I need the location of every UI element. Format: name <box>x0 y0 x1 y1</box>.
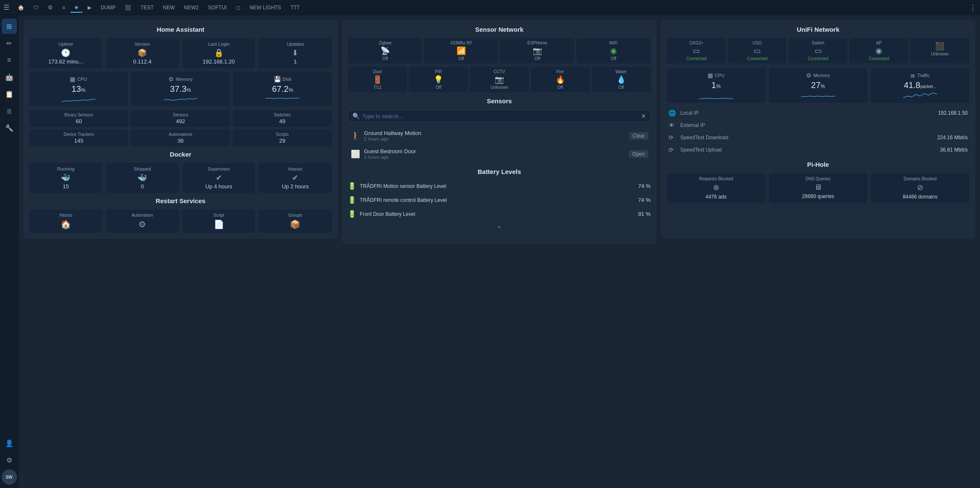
external-ip-label: External IP <box>680 122 964 128</box>
sn-zigbee-label: Zigbee <box>379 41 392 45</box>
sidebar-item-list[interactable]: ≡ <box>2 52 17 68</box>
count-device-trackers-label: Device Trackers <box>33 132 125 137</box>
sensors-search-box[interactable]: 🔍 ✕ <box>348 110 650 122</box>
battery-title: Battery Levels <box>348 168 650 175</box>
nav-tab-shield[interactable]: 🛡 <box>29 3 43 12</box>
count-switches: Switches 49 <box>233 110 332 127</box>
restart-script[interactable]: Script 📄 <box>182 210 256 233</box>
sidebar-item-automations[interactable]: 🤖 <box>2 69 17 85</box>
restart-automation[interactable]: Automation ⚙ <box>106 210 179 233</box>
sensors-search-input[interactable] <box>362 113 638 119</box>
unifi-cpu-unit: % <box>716 83 721 89</box>
sn-wifi-status: Off <box>611 56 616 61</box>
speed-down-label: SpeedTest Download <box>680 135 934 141</box>
unifi-traffic-unit: packet... <box>920 84 936 89</box>
count-scripts-value: 29 <box>236 138 328 144</box>
docker-supervisor: Supervisor ✔ Up 4 hours <box>182 163 256 193</box>
unifi-ckg2: CKG2+ ▭ Connected <box>667 38 726 63</box>
ha-version: Version 📦 0.112.4 <box>106 38 179 68</box>
ha-cpu-header: ▦ CPU <box>70 76 87 83</box>
protocol-row: Zigbee 📡 Off 433Mhz RF 📶 Off ESPHome 📷 O… <box>348 38 650 63</box>
nav-tab-dump[interactable]: DUMP <box>96 3 120 12</box>
unifi-cpu-label: CPU <box>715 73 724 78</box>
sidebar-item-addons[interactable]: 👤 <box>2 436 17 451</box>
pihole-domains-value: 84466 domains <box>903 194 937 200</box>
unifi-traffic-label: Traffic <box>917 73 930 78</box>
search-clear-icon[interactable]: ✕ <box>641 113 646 119</box>
nav-tab-new-lights[interactable]: NEW LIGHTS <box>245 3 286 12</box>
unifi-memory-unit: % <box>820 83 825 89</box>
nav-more-icon[interactable]: ⋮ <box>969 3 977 12</box>
docker-section: Docker Running 🐳 15 Stopped 🐳 0 Supervis… <box>29 151 332 193</box>
sn-pir-icon: 💡 <box>434 75 443 84</box>
battery-icon-1: 🔋 <box>348 196 356 204</box>
ha-cpu-unit: % <box>81 87 85 93</box>
pihole-domains: Domains Blocked ⊘ 84466 domains <box>871 173 969 203</box>
docker-hassio-label: Hassio <box>288 166 303 171</box>
sidebar-user[interactable]: SW <box>2 469 17 485</box>
nav-tab-test[interactable]: TEST <box>136 3 158 12</box>
restart-row: Hassio 🏠 Automation ⚙ Script 📄 Groups 📦 <box>29 210 332 233</box>
nav-tab-settings2[interactable]: ⚙ <box>44 3 57 12</box>
count-device-trackers-value: 145 <box>33 138 125 144</box>
hamburger-icon[interactable]: ☰ <box>3 3 9 11</box>
pihole-requests: Requests Blocked ⊗ 4476 ads <box>667 173 765 203</box>
battery-value-1: 74 % <box>638 197 651 203</box>
nav-tab-network[interactable]: ◈ <box>70 3 83 13</box>
door-icon: ⬜ <box>350 149 361 159</box>
docker-stopped-icon: 🐳 <box>138 173 147 182</box>
nav-tab-softui[interactable]: SOFTUI <box>204 3 231 12</box>
sn-zigbee: Zigbee 📡 Off <box>348 38 422 63</box>
unifi-memory-label: Memory <box>813 73 830 78</box>
sensor-list-item-0[interactable]: 🚶 Ground Hallway Motion 2 hours ago Clea… <box>348 127 650 145</box>
ha-lastlogin-value: 192.168.1.20 <box>203 58 235 65</box>
battery-chevron[interactable]: ⌄ <box>348 222 650 229</box>
sidebar-item-edit[interactable]: ✏ <box>2 36 17 51</box>
restart-groups[interactable]: Groups 📦 <box>259 210 332 233</box>
sn-fire-icon: 🔥 <box>556 75 565 84</box>
ha-memory-label: Memory <box>176 77 193 82</box>
sensor-action-1[interactable]: Open <box>629 150 648 158</box>
ha-memory-unit: % <box>187 87 191 93</box>
sn-esphome-status: Off <box>534 56 540 61</box>
pihole-section: Pi-Hole Requests Blocked ⊗ 4476 ads DNS … <box>667 161 969 203</box>
sn-door-label: Door <box>373 69 382 74</box>
disk-icon: 💾 <box>274 76 281 83</box>
nav-tabs: 🏠 🛡 ⚙ ≡ ◈ ▶ DUMP ⬛ TEST NEW NEW2 SOFTUI … <box>14 3 304 13</box>
battery-icon-0: 🔋 <box>348 182 356 190</box>
nav-tab-box[interactable]: ◻ <box>232 3 245 12</box>
unifi-memory-icon: ⚙ <box>806 72 812 79</box>
nav-tab-new[interactable]: NEW <box>159 3 179 12</box>
sn-water-status: Off <box>618 85 624 90</box>
sidebar-item-dashboard[interactable]: ⊞ <box>2 19 17 34</box>
sidebar-item-tools[interactable]: 🔧 <box>2 120 17 135</box>
count-sensors-value: 492 <box>134 118 226 124</box>
nav-tab-run[interactable]: ▶ <box>83 3 96 12</box>
nav-tab-square[interactable]: ⬛ <box>121 3 135 12</box>
sensor-action-0[interactable]: Clear <box>629 132 648 140</box>
sn-cctv-icon: 📷 <box>495 75 504 84</box>
restart-hassio[interactable]: Hassio 🏠 <box>29 210 102 233</box>
unifi-cpu-value: 1 <box>711 80 716 90</box>
sn-door-icon: 🚪 <box>373 75 382 84</box>
sidebar-item-history[interactable]: ≣ <box>2 103 17 119</box>
sn-water: Water 💧 Off <box>592 67 651 92</box>
nav-tab-new2[interactable]: NEW2 <box>180 3 203 12</box>
ha-disk-label: Disk <box>283 77 292 82</box>
sidebar-item-config[interactable]: ⚙ <box>2 452 17 468</box>
count-switches-label: Switches <box>236 113 328 117</box>
pihole-domains-label: Domains Blocked <box>904 176 937 181</box>
nav-tab-ttt[interactable]: TTT <box>286 3 304 12</box>
count-sensors-label: Sensors <box>134 113 226 117</box>
sn-water-icon: 💧 <box>617 75 626 84</box>
sidebar-item-logbook[interactable]: 📋 <box>2 86 17 102</box>
unifi-usg-status: Connected <box>747 56 767 61</box>
unifi-devices-row: CKG2+ ▭ Connected USG ▭ Connected Switch… <box>667 38 969 63</box>
docker-stopped-value: 0 <box>141 183 144 190</box>
nav-tab-home[interactable]: 🏠 <box>14 3 28 12</box>
sn-wifi-icon: ◉ <box>610 46 617 55</box>
count-automations-value: 36 <box>134 138 226 144</box>
nav-tab-list[interactable]: ≡ <box>58 3 69 12</box>
battery-value-0: 74 % <box>638 183 651 189</box>
sensor-list-item-1[interactable]: ⬜ Guest Bedroom Door 2 hours ago Open <box>348 145 650 163</box>
